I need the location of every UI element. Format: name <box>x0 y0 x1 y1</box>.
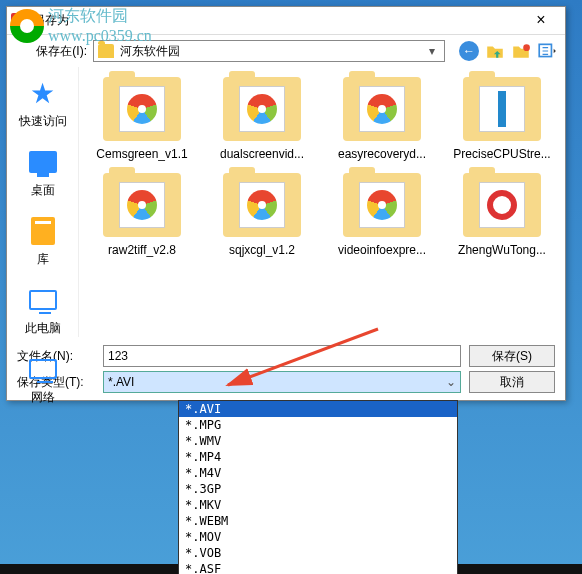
network-icon <box>29 359 57 379</box>
filetype-option[interactable]: *.ASF <box>179 561 457 574</box>
location-toolbar: 保存在(I): 河东软件园 ▾ ← <box>7 35 565 67</box>
back-button[interactable]: ← <box>459 41 479 61</box>
bottom-panel: 文件名(N): 保存(S) 保存类型(T): *.AVI ⌄ 取消 <box>7 337 565 401</box>
folder-item[interactable]: videoinfoexpre... <box>323 169 441 261</box>
desktop-icon <box>29 151 57 173</box>
save-as-dialog: 另存为 × 保存在(I): 河东软件园 ▾ ← ★ 快速访问 桌面 <box>6 6 566 401</box>
folder-item[interactable]: easyrecoveryd... <box>323 73 441 165</box>
folder-item[interactable]: PreciseCPUStre... <box>443 73 561 165</box>
monitor-icon <box>29 290 57 310</box>
up-folder-icon <box>485 41 505 61</box>
cancel-button[interactable]: 取消 <box>469 371 555 393</box>
filename-input[interactable] <box>103 345 461 367</box>
views-icon <box>537 41 557 61</box>
up-button[interactable] <box>485 41 505 61</box>
folder-icon <box>98 44 114 58</box>
folder-icon <box>343 173 421 237</box>
filetype-value: *.AVI <box>108 375 134 389</box>
save-in-label: 保存在(I): <box>15 43 87 60</box>
folder-name: sqjxcgl_v1.2 <box>207 243 317 257</box>
filetype-option[interactable]: *.AVI <box>179 401 457 417</box>
sidebar-item-label: 快速访问 <box>19 113 67 130</box>
folder-icon <box>343 77 421 141</box>
folder-icon <box>223 173 301 237</box>
filetype-option[interactable]: *.3GP <box>179 481 457 497</box>
back-icon: ← <box>459 41 479 61</box>
sidebar-item-quickaccess[interactable]: ★ 快速访问 <box>19 77 67 130</box>
sidebar-item-label: 库 <box>37 251 49 268</box>
filetype-option[interactable]: *.WMV <box>179 433 457 449</box>
directory-combo[interactable]: 河东软件园 ▾ <box>93 40 445 62</box>
folder-name: PreciseCPUStre... <box>447 147 557 161</box>
filetype-combo[interactable]: *.AVI ⌄ <box>103 371 461 393</box>
sidebar-item-label: 此电脑 <box>25 320 61 337</box>
filetype-option[interactable]: *.MP4 <box>179 449 457 465</box>
file-list-pane[interactable]: Cemsgreen_v1.1dualscreenvid...easyrecove… <box>79 67 565 337</box>
folder-name: Cemsgreen_v1.1 <box>87 147 197 161</box>
new-folder-icon <box>511 41 531 61</box>
folder-name: ZhengWuTong... <box>447 243 557 257</box>
folder-item[interactable]: ZhengWuTong... <box>443 169 561 261</box>
new-folder-button[interactable] <box>511 41 531 61</box>
folder-icon <box>223 77 301 141</box>
folder-item[interactable]: dualscreenvid... <box>203 73 321 165</box>
folder-icon <box>463 77 541 141</box>
sidebar-item-label: 桌面 <box>31 182 55 199</box>
app-icon <box>11 13 27 29</box>
sidebar-item-libraries[interactable]: 库 <box>27 215 59 268</box>
filetype-option[interactable]: *.MPG <box>179 417 457 433</box>
folder-icon <box>103 173 181 237</box>
directory-name: 河东软件园 <box>120 43 180 60</box>
titlebar: 另存为 × <box>7 7 565 35</box>
places-sidebar: ★ 快速访问 桌面 库 此电脑 网络 <box>7 67 79 337</box>
save-button[interactable]: 保存(S) <box>469 345 555 367</box>
folder-name: easyrecoveryd... <box>327 147 437 161</box>
chevron-down-icon: ▾ <box>424 44 440 58</box>
chevron-down-icon: ⌄ <box>446 375 456 389</box>
filetype-option[interactable]: *.MOV <box>179 529 457 545</box>
filetype-option[interactable]: *.VOB <box>179 545 457 561</box>
sidebar-item-label: 网络 <box>31 389 55 406</box>
folder-icon <box>103 77 181 141</box>
folder-icon <box>463 173 541 237</box>
svg-point-0 <box>523 44 530 51</box>
folder-item[interactable]: Cemsgreen_v1.1 <box>83 73 201 165</box>
filetype-dropdown[interactable]: *.AVI*.MPG*.WMV*.MP4*.M4V*.3GP*.MKV*.WEB… <box>178 400 458 574</box>
folder-name: videoinfoexpre... <box>327 243 437 257</box>
star-icon: ★ <box>27 77 59 109</box>
folder-item[interactable]: raw2tiff_v2.8 <box>83 169 201 261</box>
folder-name: dualscreenvid... <box>207 147 317 161</box>
sidebar-item-thispc[interactable]: 此电脑 <box>25 284 61 337</box>
filetype-option[interactable]: *.WEBM <box>179 513 457 529</box>
filetype-option[interactable]: *.MKV <box>179 497 457 513</box>
folder-name: raw2tiff_v2.8 <box>87 243 197 257</box>
views-button[interactable] <box>537 41 557 61</box>
filetype-option[interactable]: *.M4V <box>179 465 457 481</box>
window-title: 另存为 <box>33 12 521 29</box>
folder-item[interactable]: sqjxcgl_v1.2 <box>203 169 321 261</box>
sidebar-item-desktop[interactable]: 桌面 <box>27 146 59 199</box>
library-icon <box>31 217 55 245</box>
close-button[interactable]: × <box>521 10 561 32</box>
